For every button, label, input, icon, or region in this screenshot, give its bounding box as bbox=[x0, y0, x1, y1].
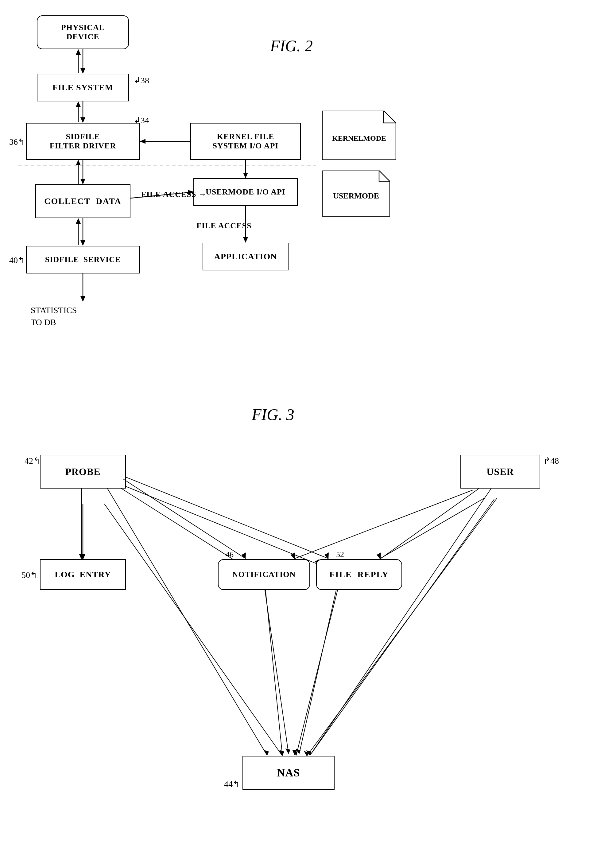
svg-marker-37 bbox=[285, 748, 290, 754]
notification-box: NOTIFICATION bbox=[218, 559, 310, 590]
svg-marker-39 bbox=[296, 749, 300, 754]
svg-marker-20 bbox=[80, 296, 85, 302]
file-system-box: FILE SYSTEM bbox=[37, 74, 129, 101]
ref34: ↲34 bbox=[134, 115, 149, 125]
svg-line-60 bbox=[295, 490, 473, 559]
svg-line-58 bbox=[381, 489, 479, 559]
svg-marker-49 bbox=[79, 554, 84, 559]
svg-marker-24 bbox=[243, 173, 248, 178]
svg-marker-59 bbox=[377, 552, 381, 559]
svg-marker-26 bbox=[243, 237, 248, 243]
ref46: 46 bbox=[226, 550, 234, 559]
application-box: APPLICATION bbox=[203, 243, 288, 270]
ref44: 44↰ bbox=[224, 779, 240, 789]
file-access-1-label: FILE ACCESS → bbox=[141, 190, 207, 199]
ref38: ↲38 bbox=[134, 75, 149, 86]
physical-device-box: PHYSICALDEVICE bbox=[37, 15, 129, 49]
svg-line-44 bbox=[120, 484, 319, 565]
svg-marker-51 bbox=[264, 750, 269, 756]
svg-marker-55 bbox=[324, 552, 329, 559]
svg-marker-4 bbox=[80, 68, 85, 74]
ref40: 40↰ bbox=[9, 255, 25, 265]
svg-marker-8 bbox=[80, 117, 85, 123]
kernel-fs-api-box: KERNEL FILESYSTEM I/O API bbox=[190, 123, 301, 160]
ref50: 50↰ bbox=[22, 570, 37, 580]
svg-line-52 bbox=[123, 479, 246, 559]
svg-line-50 bbox=[107, 489, 267, 755]
svg-marker-63 bbox=[279, 750, 284, 756]
svg-marker-12 bbox=[80, 179, 85, 185]
kernelmode-doc: KERNELMODE bbox=[322, 111, 396, 160]
svg-line-62 bbox=[265, 590, 283, 755]
svg-marker-61 bbox=[291, 552, 295, 559]
svg-marker-31 bbox=[279, 751, 284, 756]
fig2-label: FIG. 2 bbox=[270, 37, 313, 55]
svg-marker-65 bbox=[293, 750, 297, 756]
svg-line-34 bbox=[307, 498, 497, 756]
ref36: 36↰ bbox=[9, 137, 25, 147]
svg-marker-10 bbox=[76, 101, 81, 107]
svg-line-36 bbox=[264, 584, 288, 753]
svg-line-30 bbox=[104, 504, 283, 756]
svg-marker-18 bbox=[76, 218, 81, 224]
fig3-label: FIG. 3 bbox=[252, 406, 294, 424]
svg-marker-53 bbox=[241, 552, 246, 559]
nas-box: NAS bbox=[243, 756, 334, 790]
file-reply-box: FILE REPLY bbox=[316, 559, 402, 590]
user-box: USER bbox=[461, 455, 540, 489]
diagram-container: FIG. 2 PHYSICALDEVICE FILE SYSTEM ↲38 SI… bbox=[0, 0, 593, 868]
svg-line-54 bbox=[125, 477, 328, 559]
svg-line-38 bbox=[299, 584, 338, 753]
svg-line-42 bbox=[117, 486, 243, 565]
svg-line-40 bbox=[368, 498, 485, 565]
ref42: 42↰ bbox=[25, 456, 40, 466]
svg-marker-47 bbox=[292, 750, 297, 755]
svg-line-64 bbox=[296, 590, 338, 755]
svg-marker-22 bbox=[140, 139, 146, 144]
ref48: ↱48 bbox=[543, 456, 559, 466]
svg-marker-57 bbox=[306, 750, 311, 756]
log-entry-box: LOG ENTRY bbox=[40, 559, 126, 590]
sidfile-filter-box: SIDFILEFILTER DRIVER bbox=[26, 123, 140, 160]
svg-marker-14 bbox=[76, 160, 81, 165]
probe-box: PROBE bbox=[40, 455, 126, 489]
collect-data-box: COLLECT DATA bbox=[35, 185, 131, 218]
svg-marker-6 bbox=[76, 49, 81, 55]
file-access-2-label: FILE ACCESS bbox=[196, 221, 252, 230]
svg-line-46 bbox=[310, 499, 494, 755]
svg-line-56 bbox=[310, 489, 491, 755]
svg-marker-16 bbox=[80, 240, 85, 246]
usermode-io-api-box: USERMODE I/O API bbox=[193, 178, 298, 206]
ref52: 52 bbox=[336, 550, 344, 559]
usermode-doc: USERMODE bbox=[322, 171, 390, 217]
statistics-label: STATISTICSTO DB bbox=[31, 304, 77, 328]
sidfile-service-box: SIDFILE_SERVICE bbox=[26, 246, 140, 273]
